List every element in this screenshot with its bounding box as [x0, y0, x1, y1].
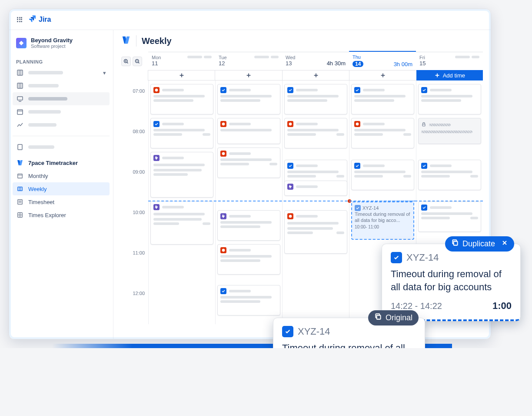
time-range: 14:22 - 14:22	[391, 301, 442, 311]
svg-rect-50	[377, 315, 381, 319]
event-card[interactable]	[217, 210, 280, 241]
event-card[interactable]	[351, 84, 414, 114]
page-icon	[16, 143, 24, 151]
event-card[interactable]	[351, 160, 414, 190]
popup-duplicate[interactable]: Duplicate XYZ-14 Timeout during removal …	[382, 244, 521, 321]
page-title: Weekly	[142, 36, 172, 46]
svg-rect-16	[18, 200, 23, 205]
project-icon	[16, 38, 27, 48]
close-icon[interactable]	[501, 239, 508, 248]
event-card[interactable]	[150, 118, 213, 148]
event-card[interactable]	[217, 285, 280, 315]
copy-icon	[374, 313, 382, 323]
svg-point-44	[289, 215, 292, 218]
page-logo-icon	[121, 35, 131, 47]
add-cell-mon[interactable]	[148, 70, 215, 81]
app-name: Jira	[39, 16, 51, 23]
sidebar-item-weekly[interactable]: Weekly	[13, 182, 110, 195]
day-column-tue[interactable]	[215, 81, 282, 324]
sidebar-item-monthly[interactable]: Monthly	[13, 169, 110, 182]
event-card[interactable]	[284, 210, 347, 254]
event-card[interactable]	[217, 84, 280, 114]
app-switcher-icon[interactable]	[14, 14, 25, 25]
add-time-button[interactable]: Add time	[416, 70, 483, 81]
event-card[interactable]	[217, 148, 280, 178]
original-badge: Original	[368, 310, 419, 325]
event-card[interactable]	[284, 84, 347, 114]
sidebar-item-board[interactable]: ▾	[13, 66, 110, 79]
add-cell-wed[interactable]	[282, 70, 349, 81]
day-header-fri: Fri 15	[416, 52, 483, 69]
board-icon	[16, 69, 24, 77]
bug-icon	[220, 121, 226, 127]
project-header[interactable]: Beyond Gravity Software project	[13, 37, 110, 56]
event-card[interactable]	[150, 201, 213, 245]
svg-point-40	[222, 123, 225, 125]
chart-icon	[16, 121, 24, 129]
event-card[interactable]	[217, 244, 280, 275]
svg-point-43	[289, 123, 292, 125]
popup-original[interactable]: Original XYZ-14 Timeout during removal o…	[273, 318, 425, 348]
duplicate-badge: Duplicate	[445, 236, 514, 252]
event-card[interactable]	[217, 118, 280, 144]
event-card[interactable]	[418, 84, 481, 114]
sidebar-item-active-skel[interactable]	[13, 92, 110, 105]
week-icon	[16, 185, 24, 193]
svg-point-39	[155, 89, 158, 91]
add-row: Add time	[121, 70, 483, 81]
task-icon	[421, 87, 427, 93]
task-icon	[391, 252, 402, 263]
svg-rect-46	[422, 124, 425, 126]
event-card[interactable]	[150, 84, 213, 114]
svg-point-42	[222, 249, 225, 252]
top-bar: Jira	[9, 9, 491, 30]
svg-line-27	[138, 62, 139, 63]
day-column-mon[interactable]	[148, 81, 215, 324]
lock-icon	[421, 121, 426, 129]
sidebar-item-timetracker[interactable]: 7pace Timetracker	[13, 156, 110, 169]
event-card[interactable]	[351, 118, 414, 148]
zoom-in-button[interactable]	[121, 57, 131, 66]
day-header-wed: Wed 13 4h 30m	[282, 52, 349, 69]
bug-icon	[287, 121, 293, 127]
sidebar-item-timesheet[interactable]: Timesheet	[13, 195, 110, 208]
epic-icon	[287, 184, 293, 190]
now-line-full	[148, 201, 483, 201]
timetracker-icon	[16, 159, 24, 167]
svg-rect-8	[17, 110, 23, 114]
task-icon	[220, 288, 226, 294]
add-cell-thu[interactable]	[349, 70, 416, 81]
sidebar-item-board2[interactable]	[13, 79, 110, 92]
list-icon	[16, 198, 24, 206]
event-card[interactable]	[418, 160, 481, 190]
calendar-icon	[16, 108, 24, 116]
jira-logo[interactable]: Jira	[28, 14, 51, 25]
sidebar-item-reports[interactable]	[13, 118, 110, 131]
issue-title: Timeout during removal of all data for b…	[282, 342, 416, 348]
event-card[interactable]	[284, 118, 347, 148]
sidebar-item-calendar[interactable]	[13, 105, 110, 118]
sidebar-item-page[interactable]	[13, 141, 110, 154]
bug-icon	[153, 87, 160, 93]
timesheet-label: Timesheet	[28, 199, 54, 205]
event-card[interactable]	[418, 201, 481, 232]
drag-event-card[interactable]: XYZ-14 Timeout during removal of all dat…	[351, 201, 414, 240]
task-icon	[287, 163, 293, 169]
event-card-locked[interactable]	[418, 118, 481, 144]
sidebar-item-times-explorer[interactable]: Times Explorer	[13, 208, 110, 221]
event-card[interactable]	[284, 181, 347, 196]
bug-icon	[287, 213, 293, 219]
svg-rect-11	[18, 174, 23, 178]
zoom-out-button[interactable]	[133, 57, 142, 66]
copy-icon	[451, 239, 459, 249]
svg-rect-0	[17, 70, 23, 75]
issue-key[interactable]: XYZ-14	[298, 326, 330, 337]
day-column-wed[interactable]	[282, 81, 349, 324]
day-header-mon: Mon 11	[148, 52, 215, 69]
add-cell-tue[interactable]	[215, 70, 282, 81]
sidebar-timetracker-label: 7pace Timetracker	[28, 160, 78, 166]
task-icon	[421, 205, 427, 211]
event-card[interactable]	[150, 152, 213, 198]
issue-key[interactable]: XYZ-14	[406, 252, 439, 263]
task-icon	[355, 205, 361, 211]
